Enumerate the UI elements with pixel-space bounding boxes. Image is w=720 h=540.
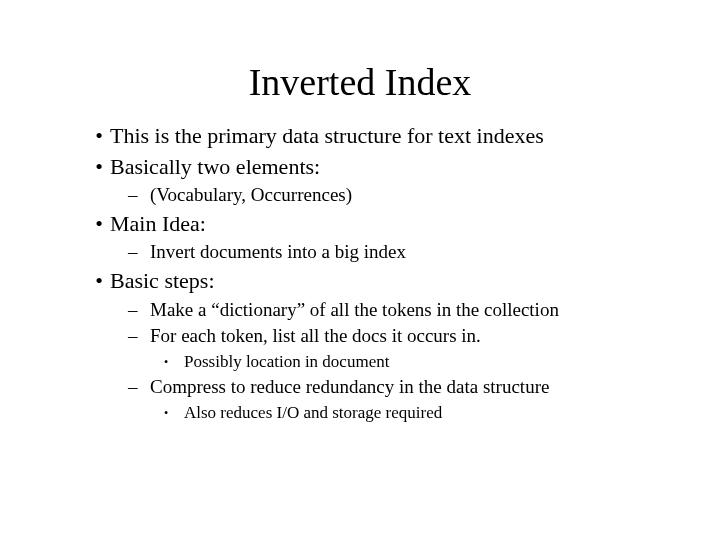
bullet-dot-icon: • [88,267,110,296]
subsub-bullet-text: Also reduces I/O and storage required [184,402,442,424]
sub-bullet-item: – (Vocabulary, Occurrences) [70,183,650,208]
slide: Inverted Index • This is the primary dat… [0,0,720,540]
sub-bullet-text: Invert documents into a big index [150,240,406,265]
bullet-dot-icon: • [88,153,110,182]
subsub-bullet-text: Possibly location in document [184,351,389,373]
bullet-dot-icon: • [164,402,184,424]
dash-icon: – [128,324,150,349]
bullet-item: • Basic steps: [70,267,650,296]
dash-icon: – [128,240,150,265]
dash-icon: – [128,183,150,208]
sub-bullet-item: – Invert documents into a big index [70,240,650,265]
bullet-dot-icon: • [164,351,184,373]
subsub-bullet-item: • Possibly location in document [70,351,650,373]
dash-icon: – [128,375,150,400]
sub-bullet-text: Make a “dictionary” of all the tokens in… [150,298,559,323]
slide-title: Inverted Index [70,60,650,104]
sub-bullet-item: – For each token, list all the docs it o… [70,324,650,349]
sub-bullet-item: – Compress to reduce redundancy in the d… [70,375,650,400]
bullet-item: • Main Idea: [70,210,650,239]
sub-bullet-item: – Make a “dictionary” of all the tokens … [70,298,650,323]
dash-icon: – [128,298,150,323]
subsub-bullet-item: • Also reduces I/O and storage required [70,402,650,424]
sub-bullet-text: For each token, list all the docs it occ… [150,324,481,349]
bullet-text: This is the primary data structure for t… [110,122,544,151]
sub-bullet-text: (Vocabulary, Occurrences) [150,183,352,208]
bullet-dot-icon: • [88,122,110,151]
bullet-dot-icon: • [88,210,110,239]
bullet-item: • This is the primary data structure for… [70,122,650,151]
bullet-text: Basically two elements: [110,153,320,182]
bullet-text: Main Idea: [110,210,206,239]
sub-bullet-text: Compress to reduce redundancy in the dat… [150,375,549,400]
bullet-text: Basic steps: [110,267,215,296]
bullet-item: • Basically two elements: [70,153,650,182]
